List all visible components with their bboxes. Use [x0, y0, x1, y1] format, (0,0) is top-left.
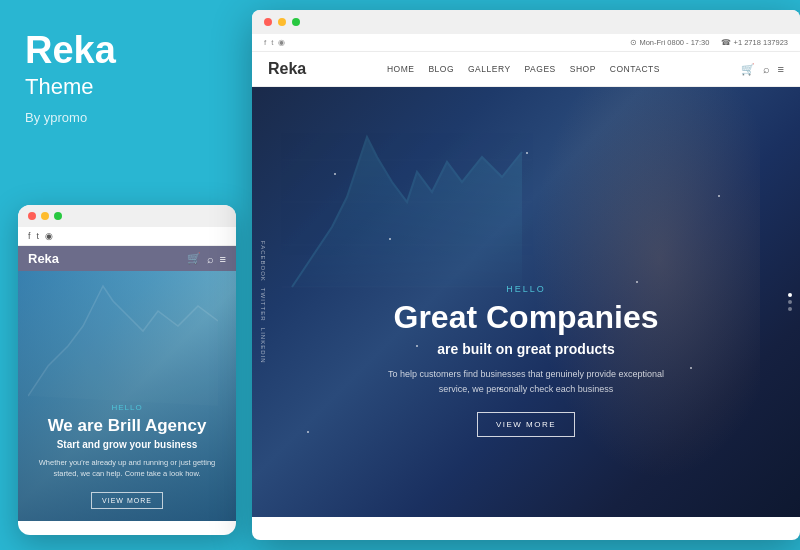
mobile-social-bar: f t ◉ [18, 227, 236, 246]
desktop-cta-button[interactable]: VIEW MORE [477, 412, 575, 437]
desktop-mockup: f t ◉ ⊙ Mon-Fri 0800 - 17:30 ☎ +1 2718 1… [252, 10, 800, 540]
nav-gallery[interactable]: GALLERY [468, 64, 511, 74]
nav-pages[interactable]: PAGES [525, 64, 556, 74]
desktop-top-bar: f t ◉ ⊙ Mon-Fri 0800 - 17:30 ☎ +1 2718 1… [252, 34, 800, 52]
mobile-cta-button[interactable]: VIEW MORE [91, 492, 163, 509]
svg-marker-0 [292, 137, 522, 287]
mobile-hello-label: HELLO [30, 403, 224, 412]
theme-title: Reka [25, 30, 223, 72]
mobile-window-controls [18, 205, 236, 227]
mobile-subheading: Start and grow your business [30, 439, 224, 450]
menu-icon: ≡ [220, 253, 226, 265]
nav-contacts[interactable]: CONTACTS [610, 64, 660, 74]
desktop-logo: Reka [268, 60, 306, 78]
desktop-hero: Facebook Twitter LinkedIn HELLO Great Co… [252, 87, 800, 517]
desktop-body-text: To help customers find businesses that g… [376, 367, 676, 396]
desktop-cart-icon: 🛒 [741, 63, 755, 76]
desktop-dot-red [264, 18, 272, 26]
theme-subtitle: Theme [25, 74, 223, 100]
desktop-nav-icons: 🛒 ⌕ ≡ [741, 63, 784, 76]
desktop-hours: ⊙ Mon-Fri 0800 - 17:30 [630, 38, 709, 47]
desktop-facebook-icon: f [264, 38, 266, 47]
desktop-hero-content: HELLO Great Companies are built on great… [376, 284, 676, 437]
desktop-nav-links: HOME BLOG GALLERY PAGES SHOP CONTACTS [387, 64, 660, 74]
hero-chart-svg [282, 117, 532, 297]
desktop-window-controls [252, 10, 800, 34]
desktop-social-links: f t ◉ [264, 38, 285, 47]
side-social-bar: Facebook Twitter LinkedIn [260, 241, 266, 363]
scroll-dot-1 [788, 293, 792, 297]
mobile-nav-icons: 🛒 ⌕ ≡ [187, 252, 226, 265]
desktop-twitter-icon: t [271, 38, 273, 47]
dot-red [28, 212, 36, 220]
twitter-icon: t [37, 231, 40, 241]
side-facebook: Facebook [260, 241, 266, 282]
nav-blog[interactable]: BLOG [428, 64, 454, 74]
scroll-dot-2 [788, 300, 792, 304]
desktop-sub-heading: are built on great products [376, 341, 676, 357]
desktop-search-icon: ⌕ [763, 63, 770, 76]
mobile-hero: HELLO We are Brill Agency Start and grow… [18, 271, 236, 521]
desktop-instagram-icon: ◉ [278, 38, 285, 47]
theme-author: By ypromo [25, 110, 223, 125]
desktop-dot-yellow [278, 18, 286, 26]
side-linkedin: LinkedIn [260, 328, 266, 364]
desktop-main-heading: Great Companies [376, 300, 676, 335]
desktop-dot-green [292, 18, 300, 26]
mobile-navbar: Reka 🛒 ⌕ ≡ [18, 246, 236, 271]
search-icon: ⌕ [207, 253, 214, 265]
facebook-icon: f [28, 231, 31, 241]
dot-yellow [41, 212, 49, 220]
nav-shop[interactable]: SHOP [570, 64, 596, 74]
nav-home[interactable]: HOME [387, 64, 415, 74]
scroll-dot-3 [788, 307, 792, 311]
instagram-icon: ◉ [45, 231, 53, 241]
mobile-mockup: f t ◉ Reka 🛒 ⌕ ≡ HELLO We are Brill Agen… [18, 205, 236, 535]
mobile-logo: Reka [28, 251, 59, 266]
mobile-body-text: Whether you're already up and running or… [30, 458, 224, 479]
side-twitter: Twitter [260, 288, 266, 322]
side-scroll-indicator [788, 293, 792, 311]
cart-icon: 🛒 [187, 252, 201, 265]
mobile-main-heading: We are Brill Agency [30, 416, 224, 436]
dot-green [54, 212, 62, 220]
desktop-contact-info: ⊙ Mon-Fri 0800 - 17:30 ☎ +1 2718 137923 [630, 38, 788, 47]
desktop-menu-icon: ≡ [778, 63, 784, 76]
desktop-phone: ☎ +1 2718 137923 [721, 38, 788, 47]
desktop-hello-label: HELLO [376, 284, 676, 294]
desktop-navbar: Reka HOME BLOG GALLERY PAGES SHOP CONTAC… [252, 52, 800, 87]
mobile-chart-bg [28, 276, 218, 406]
